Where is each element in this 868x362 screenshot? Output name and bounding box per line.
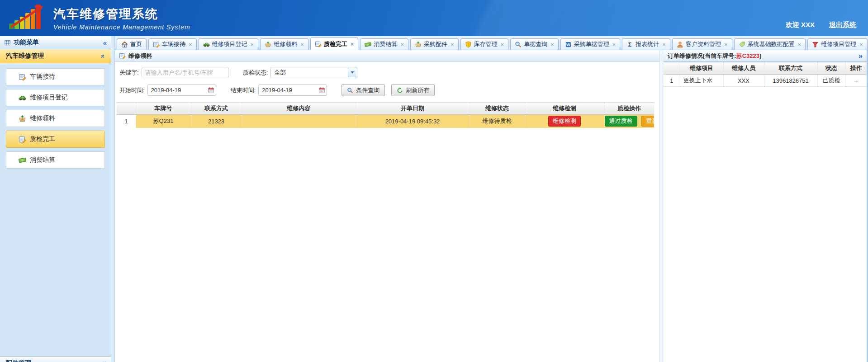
- tab-inventory-management[interactable]: 库存管理 ×: [460, 38, 509, 50]
- tab-consumption-settlement[interactable]: 消费结算 ×: [360, 38, 408, 50]
- status-label: 质检状态:: [243, 69, 268, 77]
- search-icon: [347, 87, 353, 94]
- table-row[interactable]: 1 苏Q231 21323 2019-04-19 09:45:32 维修待质检 …: [117, 115, 654, 128]
- sidebar-item-consumption-settlement[interactable]: 消费结算: [6, 151, 105, 169]
- tab-label: 单据查询: [524, 40, 547, 48]
- sidebar-item-vehicle-reception[interactable]: 车辆接待: [6, 68, 105, 85]
- sidebar-splitter[interactable]: [111, 36, 115, 362]
- tab-customer-data-management[interactable]: 客户资料管理 ×: [672, 38, 732, 50]
- search-button-label: 条件查询: [356, 86, 379, 94]
- word-document-icon: [565, 41, 572, 48]
- table-row[interactable]: 1 更换上下水 XXX 13961826751 已质检 --: [664, 75, 867, 87]
- function-menu-header: 功能菜单 «: [0, 36, 111, 49]
- tab-document-query[interactable]: 单据查询 ×: [510, 38, 559, 50]
- status-cell: 维修待质检: [470, 115, 525, 128]
- close-icon[interactable]: ×: [501, 41, 504, 48]
- car-icon: [203, 41, 210, 48]
- tab-label: 消费结算: [374, 40, 397, 48]
- col-detect: 维修检测: [525, 103, 604, 115]
- close-icon[interactable]: ×: [251, 41, 254, 48]
- end-date-input[interactable]: [258, 85, 327, 96]
- cart-icon: [19, 115, 26, 122]
- collapse-sidebar-icon[interactable]: «: [103, 39, 107, 47]
- document-pencil-icon: [19, 73, 26, 81]
- repair-orders-table: 车牌号 联系方式 维修内容 开单日期 维修状态 维修检测 质检操作: [117, 102, 654, 128]
- order-repair-panel: 订单维修情况[当前车牌号:苏C3223] » 维修项目 维修人员: [664, 50, 868, 362]
- close-icon[interactable]: ×: [662, 41, 666, 48]
- sidebar: 功能菜单 « 汽车维修管理 « 车辆接待 维修项目登记 维修领料: [0, 36, 111, 362]
- tab-repair-project-management[interactable]: 维修项目管理 ×: [807, 38, 868, 50]
- close-icon[interactable]: ×: [859, 41, 863, 48]
- sigma-icon: [626, 41, 633, 48]
- col-contact: 联系方式: [764, 62, 817, 75]
- current-plate-number: 苏C3223: [736, 52, 759, 60]
- close-icon[interactable]: ×: [400, 41, 404, 48]
- start-time-label: 开始时间:: [119, 86, 145, 94]
- col-content: 维修内容: [242, 103, 356, 115]
- sidebar-item-label: 车辆接待: [30, 73, 55, 81]
- tab-system-base-config[interactable]: 系统基础数据配置 ×: [734, 38, 806, 50]
- end-time-label: 结束时间:: [231, 86, 256, 94]
- tab-vehicle-reception[interactable]: 车辆接待 ×: [148, 38, 197, 50]
- calendar-icon[interactable]: [208, 87, 214, 94]
- row-number: 1: [664, 75, 680, 87]
- main-panel: 维修领料 关键字: 质检状态: 全部: [115, 50, 659, 362]
- close-icon[interactable]: ×: [451, 41, 454, 48]
- redo-repair-button[interactable]: 重新维修: [641, 116, 654, 127]
- welcome-text: 欢迎 XXX: [786, 21, 815, 29]
- close-icon[interactable]: ×: [724, 41, 728, 48]
- col-date: 开单日期: [356, 103, 470, 115]
- close-icon[interactable]: ×: [189, 41, 192, 48]
- sidebar-item-quality-complete[interactable]: 质检完工: [6, 131, 105, 148]
- order-panel-header: 订单维修情况[当前车牌号:苏C3223] »: [664, 50, 867, 62]
- col-action: 操作: [845, 62, 867, 75]
- tab-bar: 首页 车辆接待 × 维修项目登记 × 维修领料 ×: [115, 36, 868, 50]
- right-panel-splitter[interactable]: [659, 50, 664, 362]
- tab-home[interactable]: 首页: [117, 38, 147, 50]
- sidebar-section-parts[interactable]: 配件管理 «: [0, 356, 111, 362]
- plate-cell: 苏Q231: [136, 115, 191, 128]
- clipboard-pencil-icon: [19, 136, 26, 143]
- quality-status-select[interactable]: 全部: [270, 67, 357, 78]
- tab-purchase-parts[interactable]: 采购配件 ×: [410, 38, 459, 50]
- refresh-button-label: 刷新所有: [406, 86, 429, 94]
- close-icon[interactable]: ×: [798, 41, 802, 48]
- money-icon: [19, 156, 26, 164]
- pass-qc-button[interactable]: 通过质检: [605, 116, 637, 127]
- tab-repair-materials[interactable]: 维修领料 ×: [260, 38, 308, 50]
- col-plate: 车牌号: [136, 103, 191, 115]
- order-items-table: 维修项目 维修人员 联系方式 状态 操作 1 更换上下水 XXX: [664, 62, 867, 87]
- tab-quality-complete[interactable]: 质检完工 ×: [310, 38, 359, 50]
- close-icon[interactable]: ×: [351, 41, 354, 47]
- selected-option: 全部: [274, 69, 286, 77]
- collapse-panel-icon[interactable]: »: [859, 52, 863, 60]
- panel-header: 维修领料: [115, 50, 659, 62]
- col-rownum: [117, 103, 136, 115]
- filter-area: 关键字: 质检状态: 全部 开始时间:: [115, 62, 659, 99]
- tab-label: 维修项目管理: [821, 40, 856, 48]
- tab-label: 车辆接待: [162, 40, 185, 48]
- logout-link[interactable]: 退出系统: [829, 21, 856, 29]
- dropdown-chevron-icon[interactable]: [348, 68, 356, 77]
- app-title: 汽车维修管理系统: [53, 6, 190, 22]
- money-icon: [365, 41, 371, 48]
- tab-purchase-document-management[interactable]: 采购单据管理 ×: [560, 38, 621, 50]
- calendar-icon[interactable]: [318, 87, 325, 94]
- search-button[interactable]: 条件查询: [342, 84, 385, 96]
- repair-detect-button[interactable]: 维修检测: [548, 116, 581, 127]
- close-icon[interactable]: ×: [612, 41, 616, 48]
- tab-repair-project-register[interactable]: 维修项目登记 ×: [199, 38, 259, 50]
- start-date-input[interactable]: [147, 85, 216, 96]
- sidebar-item-label: 消费结算: [30, 156, 55, 164]
- sidebar-item-repair-materials[interactable]: 维修领料: [6, 110, 105, 127]
- chevron-up-icon[interactable]: «: [99, 54, 107, 58]
- close-icon[interactable]: ×: [550, 41, 554, 48]
- close-icon[interactable]: ×: [300, 41, 304, 48]
- tab-report-statistics[interactable]: 报表统计 ×: [622, 38, 670, 50]
- keyword-input[interactable]: [142, 67, 228, 78]
- sidebar-item-repair-project-register[interactable]: 维修项目登记: [6, 89, 105, 106]
- tab-label: 首页: [130, 40, 142, 48]
- sidebar-section-repair[interactable]: 汽车维修管理 «: [0, 49, 111, 63]
- home-icon: [121, 41, 128, 48]
- refresh-button[interactable]: 刷新所有: [391, 84, 435, 96]
